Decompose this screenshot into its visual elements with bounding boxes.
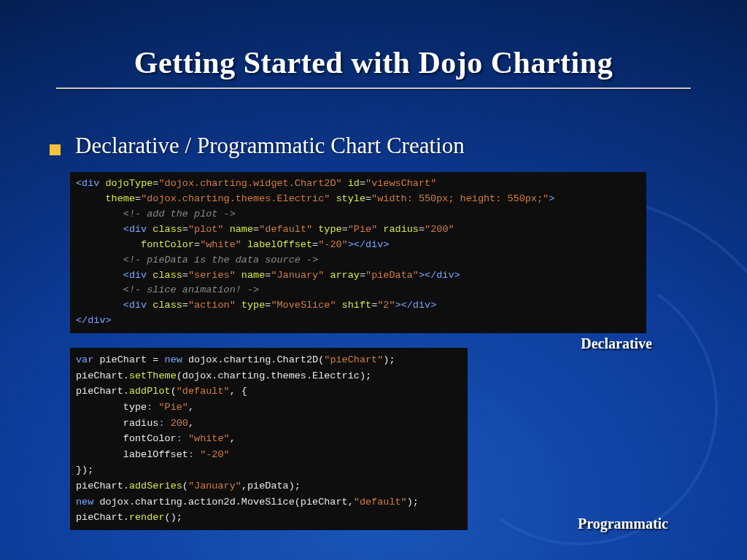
bullet-item: Declarative / Programmatic Chart Creatio…	[50, 133, 697, 159]
bullet-text: Declarative / Programmatic Chart Creatio…	[75, 133, 465, 159]
label-programmatic: Programmatic	[578, 516, 668, 532]
code-block-declarative: <div dojoType="dojox.charting.widget.Cha…	[70, 172, 646, 333]
slide-content: Declarative / Programmatic Chart Creatio…	[0, 89, 747, 530]
code-block-programmatic: var pieChart = new dojox.charting.Chart2…	[70, 348, 468, 530]
bullet-icon	[50, 144, 61, 155]
label-declarative: Declarative	[581, 335, 652, 352]
slide-title: Getting Started with Dojo Charting	[0, 0, 747, 80]
